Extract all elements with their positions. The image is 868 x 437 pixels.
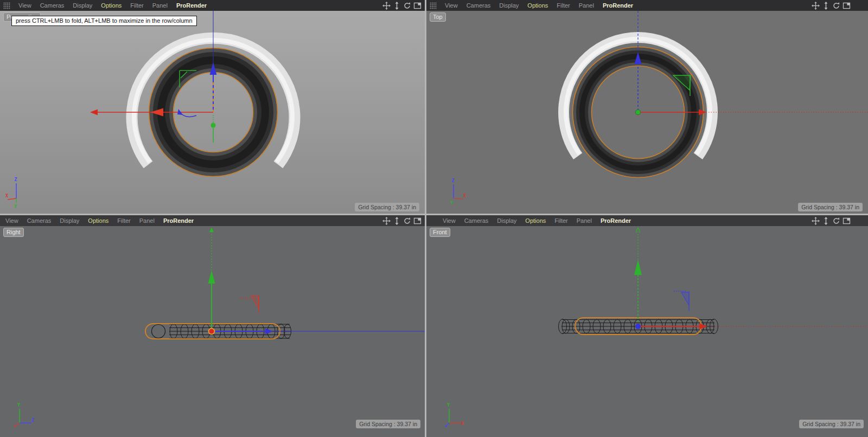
- world-axis-gizmo: Y Z: [11, 399, 36, 429]
- viewport-label: Right: [3, 228, 24, 237]
- front-scene: [426, 226, 868, 437]
- grid-spacing-badge: Grid Spacing : 39.37 in: [355, 203, 419, 211]
- svg-text:X: X: [463, 193, 466, 198]
- axis-x-handle[interactable]: [209, 329, 215, 335]
- menu-options[interactable]: Options: [97, 2, 126, 9]
- zoom-icon[interactable]: [822, 217, 830, 225]
- rotate-icon[interactable]: [403, 217, 411, 225]
- menu-view[interactable]: View: [1, 217, 23, 224]
- fold-maximize-tooltip: press CTRL+LMB to fold, ALT+LMB to maxim…: [11, 16, 197, 26]
- viewport-perspective: View Cameras Display Options Filter Pane…: [0, 0, 425, 214]
- viewport-menubar: View Cameras Display Options Filter Pane…: [426, 0, 868, 11]
- menu-options[interactable]: Options: [523, 2, 552, 9]
- svg-text:X: X: [5, 193, 8, 198]
- axis-z-handle[interactable]: [635, 11, 642, 112]
- menu-prorender[interactable]: ProRender: [596, 217, 635, 224]
- grid-handle-icon[interactable]: [3, 2, 10, 9]
- toggle-view-icon[interactable]: [843, 217, 851, 225]
- menu-cameras[interactable]: Cameras: [460, 217, 493, 224]
- world-axis-gizmo: Y X: [441, 399, 465, 429]
- menu-view[interactable]: View: [14, 2, 36, 9]
- menu-prorender[interactable]: ProRender: [598, 2, 637, 9]
- viewport-menubar: View Cameras Display Options Filter Pane…: [426, 215, 868, 226]
- svg-text:Y: Y: [450, 200, 454, 205]
- menu-filter[interactable]: Filter: [552, 2, 574, 9]
- menu-panel[interactable]: Panel: [135, 217, 159, 224]
- menu-display[interactable]: Display: [68, 2, 97, 9]
- right-scene: [0, 226, 425, 437]
- menu-prorender[interactable]: ProRender: [172, 2, 211, 9]
- menu-panel[interactable]: Panel: [575, 2, 598, 9]
- top-scene: [426, 11, 868, 214]
- menu-display[interactable]: Display: [493, 217, 521, 224]
- svg-text:Y: Y: [14, 204, 17, 209]
- menu-cameras[interactable]: Cameras: [36, 2, 69, 9]
- viewport-canvas-right[interactable]: Right Grid Spacing : 39.37 in Y Z: [0, 226, 425, 437]
- svg-text:X: X: [461, 421, 464, 426]
- axis-z-handle[interactable]: [635, 324, 641, 329]
- pan-icon[interactable]: [812, 2, 820, 10]
- grid-spacing-badge: Grid Spacing : 39.37 in: [798, 203, 863, 211]
- quad-viewport-app: View Cameras Display Options Filter Pane…: [0, 0, 868, 437]
- rotate-icon[interactable]: [832, 2, 840, 10]
- toggle-view-icon[interactable]: [413, 2, 422, 10]
- axis-x-handle[interactable]: [638, 110, 868, 115]
- world-axis-gizmo: Z X Y: [444, 177, 468, 208]
- menu-panel[interactable]: Panel: [148, 2, 172, 9]
- menu-view[interactable]: View: [441, 2, 462, 9]
- axis-z-handle[interactable]: [212, 329, 425, 335]
- axis-y-handle[interactable]: [636, 110, 641, 115]
- menu-filter[interactable]: Filter: [550, 217, 572, 224]
- menu-filter[interactable]: Filter: [126, 2, 148, 9]
- zoom-icon[interactable]: [393, 2, 401, 10]
- menu-options[interactable]: Options: [521, 217, 550, 224]
- perspective-scene: [0, 11, 425, 214]
- axis-y-handle[interactable]: [634, 228, 642, 326]
- menu-display[interactable]: Display: [55, 217, 84, 224]
- svg-text:Z: Z: [15, 177, 17, 182]
- viewport-menubar: View Cameras Display Options Filter Pane…: [0, 0, 425, 11]
- toggle-view-icon[interactable]: [843, 2, 851, 10]
- menu-cameras[interactable]: Cameras: [23, 217, 56, 224]
- grid-spacing-badge: Grid Spacing : 39.37 in: [356, 420, 420, 428]
- svg-text:Z: Z: [31, 417, 34, 423]
- pan-icon[interactable]: [812, 217, 820, 225]
- viewport-menubar: View Cameras Display Options Filter Pane…: [0, 215, 425, 226]
- svg-text:Z: Z: [452, 178, 455, 183]
- viewport-label: Top: [430, 12, 446, 22]
- zoom-icon[interactable]: [822, 2, 830, 10]
- plane-handle-red[interactable]: [240, 296, 259, 313]
- menu-panel[interactable]: Panel: [572, 217, 596, 224]
- viewport-front: View Cameras Display Options Filter Pane…: [426, 215, 868, 437]
- pan-icon[interactable]: [382, 2, 391, 10]
- bank-handle-blue[interactable]: [177, 109, 196, 117]
- svg-text:Y: Y: [17, 402, 21, 408]
- axis-y-handle[interactable]: [211, 115, 216, 143]
- world-axis-gizmo: Z X Y: [5, 176, 29, 209]
- viewport-canvas-front[interactable]: Front Grid Spacing : 39.37 in Y X: [426, 226, 868, 437]
- axis-y-handle[interactable]: [208, 227, 215, 331]
- svg-text:Y: Y: [447, 402, 450, 408]
- menu-filter[interactable]: Filter: [113, 217, 135, 224]
- viewport-label: Front: [430, 228, 450, 237]
- viewport-canvas-perspective[interactable]: Perspective press CTRL+LMB to fold, ALT+…: [0, 11, 425, 214]
- zoom-icon[interactable]: [393, 217, 401, 225]
- rotate-icon[interactable]: [832, 217, 840, 225]
- grid-spacing-badge: Grid Spacing : 39.37 in: [799, 420, 864, 428]
- viewport-right: View Cameras Display Options Filter Pane…: [0, 215, 425, 437]
- menu-view[interactable]: View: [438, 217, 460, 224]
- menu-prorender[interactable]: ProRender: [159, 217, 198, 224]
- toggle-view-icon[interactable]: [413, 217, 422, 225]
- menu-cameras[interactable]: Cameras: [462, 2, 495, 9]
- viewport-canvas-top[interactable]: Top Grid Spacing : 39.37 in Z X Y: [426, 11, 868, 214]
- pan-icon[interactable]: [382, 217, 391, 225]
- rotate-icon[interactable]: [403, 2, 411, 10]
- viewport-top: View Cameras Display Options Filter Pane…: [426, 0, 868, 214]
- menu-display[interactable]: Display: [495, 2, 523, 9]
- plane-handle-blue[interactable]: [674, 291, 689, 311]
- grid-handle-icon[interactable]: [430, 2, 437, 9]
- menu-options[interactable]: Options: [84, 217, 113, 224]
